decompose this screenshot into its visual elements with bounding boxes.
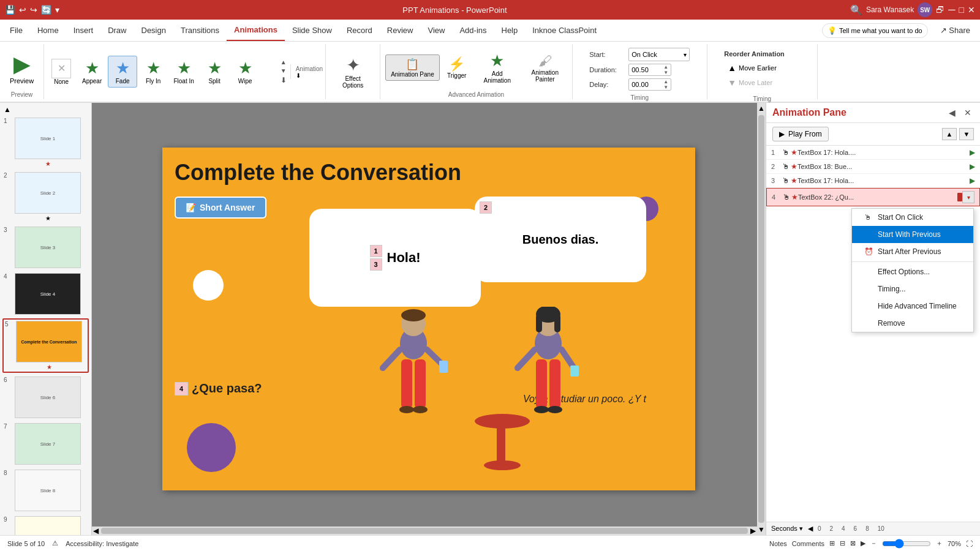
ctx-effect-options[interactable]: Effect Options... [852, 263, 973, 280]
tab-design[interactable]: Design [134, 20, 173, 41]
tab-file[interactable]: File [2, 20, 30, 41]
anim-flyin[interactable]: ★ Fly In [138, 56, 168, 87]
fit-page-icon[interactable]: ⛶ [966, 540, 973, 547]
slide-thumb-1[interactable]: 1 Slide 1 ★ [2, 116, 89, 168]
pane-close-icon[interactable]: ✕ [962, 107, 974, 119]
redo-icon[interactable]: ↪ [30, 5, 37, 15]
timeline-seconds-dropdown[interactable]: Seconds ▾ [771, 525, 803, 533]
animation-pane-button[interactable]: 📋 Animation Pane [385, 54, 440, 81]
hscroll-left[interactable]: ◀ [92, 527, 100, 535]
start-dropdown[interactable]: On Click ▾ [628, 48, 690, 61]
outline-view-icon[interactable]: ⊟ [840, 539, 845, 547]
undo-icon[interactable]: ↩ [19, 5, 26, 15]
animation-painter-button[interactable]: 🖌 Animation Painter [523, 51, 567, 85]
tab-share[interactable]: ↗ Share [933, 20, 978, 41]
pane-down-btn[interactable]: ▼ [959, 128, 974, 140]
tab-help[interactable]: Help [494, 20, 526, 41]
tab-addins[interactable]: Add-ins [452, 20, 494, 41]
ctx-start-on-click[interactable]: 🖱 Start On Click [852, 209, 973, 226]
tab-review[interactable]: Review [380, 20, 421, 41]
save-icon[interactable]: 💾 [5, 5, 15, 15]
restore-icon[interactable]: 🗗 [936, 5, 944, 15]
comments-button[interactable]: Comments [792, 540, 824, 547]
autosave-icon[interactable]: 🔄 [41, 5, 51, 15]
floatin-icon: ★ [177, 59, 191, 78]
slide-thumb-3[interactable]: 3 Slide 3 [2, 225, 89, 269]
slide-panel-scroll-up[interactable]: ▲ [2, 105, 12, 114]
accessibility-icon[interactable]: ⚠ [52, 539, 58, 547]
add-animation-button[interactable]: ★ Add Animation [474, 49, 521, 86]
vscroll-thumb[interactable] [758, 115, 764, 523]
accessibility-label[interactable]: Accessibility: Investigate [66, 540, 138, 547]
tab-classpoint[interactable]: Inknoe ClassPoint [525, 20, 604, 41]
move-earlier-button[interactable]: ▲ Move Earlier [724, 61, 800, 75]
duration-input[interactable]: 00.50 ▲▼ [628, 64, 671, 76]
anim-item-3[interactable]: 3 🖱 ★ TextBox 17: Hola... ▶ [766, 174, 980, 188]
zoom-slider[interactable] [882, 539, 931, 549]
notes-button[interactable]: Notes [769, 540, 787, 547]
wipe-icon: ★ [238, 59, 252, 78]
play-from-button[interactable]: ▶ Play From [772, 127, 829, 141]
scroll-down-icon[interactable]: ▼ [281, 67, 287, 75]
slide-thumb-5[interactable]: 5 Complete the Conversation ★ [2, 318, 89, 373]
slide-thumb-4[interactable]: 4 Slide 4 [2, 272, 89, 316]
slideshow-view-icon[interactable]: ▶ [861, 539, 865, 547]
vscroll-down[interactable]: ▼ [756, 524, 766, 535]
ctx-remove[interactable]: Remove [852, 315, 973, 332]
effect-options-button[interactable]: ✦ Effect Options [331, 53, 375, 91]
trigger-button[interactable]: ⚡ Trigger [442, 54, 472, 81]
timeline-left-arrow[interactable]: ◀ [808, 525, 813, 533]
ctx-start-after-previous[interactable]: ⏰ Start After Previous [852, 243, 973, 260]
preview-button[interactable]: ▶ Preview [5, 49, 39, 87]
mouse-icon-4: 🖱 [783, 193, 790, 201]
anim-appear[interactable]: ★ Appear [77, 56, 107, 87]
ctx-start-with-previous[interactable]: Start With Previous [852, 226, 973, 243]
hscroll-right[interactable]: ▶ [749, 527, 757, 535]
maximize-icon[interactable]: □ [959, 5, 964, 15]
pane-collapse-icon[interactable]: ◀ [946, 107, 958, 119]
minimize-icon[interactable]: ─ [948, 4, 955, 15]
slide-thumb-6[interactable]: 6 Slide 6 [2, 375, 89, 419]
slide-thumb-9[interactable]: 9 Slide 9 [2, 515, 89, 535]
hscroll-thumb[interactable] [101, 528, 748, 534]
tab-transitions[interactable]: Transitions [173, 20, 227, 41]
zoom-in-icon[interactable]: ＋ [936, 539, 943, 548]
anim-floatin[interactable]: ★ Float In [169, 56, 198, 87]
expand-icon[interactable]: ⬇ [281, 75, 287, 86]
tab-insert[interactable]: Insert [66, 20, 101, 41]
ctx-timing[interactable]: Timing... [852, 280, 973, 298]
normal-view-icon[interactable]: ⊞ [829, 539, 835, 547]
short-answer-button[interactable]: 📝 Short Answer [175, 197, 266, 219]
tab-view[interactable]: View [420, 20, 452, 41]
zoom-value[interactable]: 70% [948, 540, 961, 547]
zoom-out-icon[interactable]: － [870, 539, 877, 548]
group-expand-btn[interactable]: ⬇ [296, 72, 301, 79]
anim-split[interactable]: ★ Split [200, 56, 229, 87]
slide-thumb-2[interactable]: 2 Slide 2 ★ [2, 171, 89, 223]
reading-view-icon[interactable]: ⊠ [850, 539, 856, 547]
tab-draw[interactable]: Draw [100, 20, 134, 41]
ctx-hide-timeline[interactable]: Hide Advanced Timeline [852, 298, 973, 315]
tab-record[interactable]: Record [339, 20, 380, 41]
anim-dropdown-4[interactable]: ▾ [962, 191, 974, 203]
anim-item-2[interactable]: 2 🖱 ★ TextBox 18: Bue... ▶ [766, 160, 980, 174]
tab-home[interactable]: Home [30, 20, 66, 41]
anim-fade[interactable]: ★ Fade [108, 56, 137, 88]
delay-input[interactable]: 00.00 ▲▼ [628, 78, 671, 91]
vscroll-up[interactable]: ▲ [756, 103, 766, 114]
tell-me-bar[interactable]: 💡 Tell me what you want to do [822, 23, 928, 38]
anim-none[interactable]: ✕ None [47, 56, 76, 88]
search-icon[interactable]: 🔍 [850, 4, 862, 16]
more-icon[interactable]: ▾ [55, 5, 59, 15]
tab-slideshow[interactable]: Slide Show [285, 20, 339, 41]
slide-thumb-7[interactable]: 7 Slide 7 [2, 422, 89, 466]
pane-up-btn[interactable]: ▲ [942, 128, 957, 140]
anim-item-4[interactable]: 4 🖱 ★ TextBox 22: ¿Qu... ▾ [766, 188, 980, 206]
close-icon[interactable]: ✕ [968, 5, 975, 15]
anim-wipe[interactable]: ★ Wipe [230, 56, 260, 87]
move-later-button[interactable]: ▼ Move Later [724, 76, 800, 89]
tab-animations[interactable]: Animations [227, 20, 285, 41]
anim-item-1[interactable]: 1 🖱 ★ TextBox 17: Hola.... ▶ [766, 146, 980, 160]
slide-thumb-8[interactable]: 8 Slide 8 [2, 468, 89, 512]
scroll-up-icon[interactable]: ▲ [281, 58, 287, 67]
